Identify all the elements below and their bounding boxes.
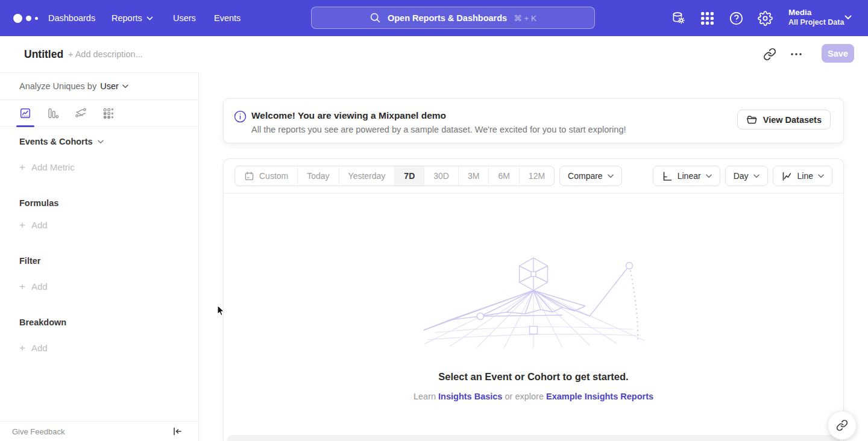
global-search-input[interactable]: Open Reports & Dashboards ⌘ + K <box>311 7 595 29</box>
nav-item-users[interactable]: Users <box>173 0 196 36</box>
chart-type-dropdown[interactable]: Line <box>773 166 832 186</box>
line-chart-icon <box>781 170 793 182</box>
chevron-down-icon <box>146 16 153 20</box>
chart-controls: Custom Today Yesterday 7D 30D 3M 6M 12M … <box>224 159 843 193</box>
range-custom[interactable]: Custom <box>235 166 297 186</box>
scale-label: Linear <box>678 171 701 181</box>
nav-item-label: Reports <box>112 13 142 23</box>
range-label: 12M <box>529 171 545 181</box>
plus-icon: + <box>19 282 25 291</box>
add-label: Add <box>31 281 48 292</box>
range-label: Today <box>307 171 329 181</box>
section-label: Breakdown <box>19 317 66 327</box>
compare-label: Compare <box>568 171 603 181</box>
search-shortcut: ⌘ + K <box>514 13 536 23</box>
add-metric-label: Add Metric <box>31 162 75 172</box>
mixpanel-logo-icon[interactable] <box>13 13 40 23</box>
help-icon[interactable] <box>728 10 744 26</box>
save-button[interactable]: Save <box>822 44 854 63</box>
more-options-icon[interactable] <box>788 49 804 59</box>
tab-bar-chart-icon[interactable] <box>47 107 59 119</box>
nav-item-events[interactable]: Events <box>214 0 241 36</box>
range-12m[interactable]: 12M <box>519 166 554 186</box>
search-placeholder: Open Reports & Dashboards <box>388 13 507 23</box>
project-selector[interactable]: Media All Project Data <box>788 7 844 27</box>
banner-subtitle: All the reports you see are powered by a… <box>251 125 626 134</box>
range-today[interactable]: Today <box>297 166 338 186</box>
range-label: Yesterday <box>348 171 386 181</box>
mixpanel-insights-app: Dashboards Reports Users Events Open Rep… <box>0 0 868 441</box>
settings-gear-icon[interactable] <box>757 10 773 26</box>
range-7d-selected[interactable]: 7D <box>394 166 424 186</box>
insights-basics-link[interactable]: Insights Basics <box>438 392 502 401</box>
analyze-by-dropdown[interactable]: User <box>100 81 128 91</box>
analyze-row: Analyze Uniques by User <box>0 73 198 100</box>
add-label: Add <box>31 220 48 230</box>
nav-item-label: Events <box>214 13 241 23</box>
nav-item-reports[interactable]: Reports <box>112 0 153 36</box>
range-yesterday[interactable]: Yesterday <box>339 166 395 186</box>
report-description-placeholder[interactable]: + Add description... <box>68 36 143 72</box>
chart-type-label: Line <box>797 171 813 181</box>
add-label: Add <box>31 343 48 353</box>
share-link-fab[interactable] <box>828 411 857 440</box>
example-reports-link[interactable]: Example Insights Reports <box>546 392 653 401</box>
report-title[interactable]: Untitled <box>24 36 63 72</box>
scale-dropdown[interactable]: Linear <box>653 166 720 186</box>
learn-prefix: Learn <box>414 392 436 401</box>
chevron-down-icon <box>608 174 614 178</box>
nav-item-label: Dashboards <box>48 13 95 23</box>
plus-icon: + <box>19 343 25 352</box>
tab-metrics-icon[interactable] <box>102 107 115 119</box>
range-30d[interactable]: 30D <box>424 166 458 186</box>
insights-chart-card: Custom Today Yesterday 7D 30D 3M 6M 12M … <box>223 158 844 441</box>
plus-icon: + <box>19 220 25 230</box>
chevron-down-icon <box>98 140 104 144</box>
collapse-sidebar-icon[interactable] <box>172 426 183 437</box>
bottom-panel-peek[interactable] <box>227 435 840 441</box>
view-datasets-label: View Datasets <box>763 115 822 125</box>
info-icon <box>234 110 247 123</box>
give-feedback-link[interactable]: Give Feedback <box>12 427 64 436</box>
sidebar-footer: Give Feedback <box>0 421 198 441</box>
section-label: Formulas <box>19 198 58 208</box>
formulas-section-header: Formulas <box>19 198 58 208</box>
calendar-icon <box>244 171 254 181</box>
compare-dropdown[interactable]: Compare <box>559 166 622 186</box>
add-formula-button[interactable]: + Add <box>19 220 48 230</box>
nav-item-dashboards[interactable]: Dashboards <box>48 0 95 36</box>
add-metric-button[interactable]: + Add Metric <box>19 162 75 172</box>
main-content: Welcome! You are viewing a Mixpanel demo… <box>199 72 868 441</box>
report-header: Untitled + Add description... Save <box>0 36 868 72</box>
project-name: Media <box>788 7 844 17</box>
view-datasets-button[interactable]: View Datasets <box>737 110 831 130</box>
query-builder-sidebar: Analyze Uniques by User <box>0 72 199 441</box>
copy-link-icon[interactable] <box>763 48 776 61</box>
apps-grid-icon[interactable] <box>699 10 715 26</box>
date-range-segmented-control: Custom Today Yesterday 7D 30D 3M 6M 12M <box>234 166 555 186</box>
tab-flows-icon[interactable] <box>75 107 87 119</box>
analyze-value: User <box>100 81 119 91</box>
chevron-down-icon <box>122 84 128 89</box>
plus-icon: + <box>19 163 25 172</box>
range-6m[interactable]: 6M <box>488 166 518 186</box>
add-filter-button[interactable]: + Add <box>19 281 48 292</box>
middle-text: or explore <box>505 392 543 401</box>
breakdown-section-header: Breakdown <box>19 317 66 327</box>
range-label: 6M <box>498 171 509 181</box>
chevron-down-icon[interactable] <box>844 15 852 20</box>
empty-state-illustration <box>423 257 646 348</box>
add-breakdown-button[interactable]: + Add <box>19 343 48 353</box>
range-label: 3M <box>468 171 479 181</box>
range-3m[interactable]: 3M <box>458 166 488 186</box>
section-label: Filter <box>19 256 40 266</box>
interval-label: Day <box>734 171 749 181</box>
interval-dropdown[interactable]: Day <box>725 166 768 186</box>
tab-line-chart-icon[interactable] <box>19 107 31 119</box>
empty-state-title: Select an Event or Cohort to get started… <box>224 371 843 383</box>
events-cohorts-section-header[interactable]: Events & Cohorts <box>19 137 104 146</box>
data-management-icon[interactable] <box>670 10 686 26</box>
welcome-banner: Welcome! You are viewing a Mixpanel demo… <box>223 98 844 143</box>
nav-item-label: Users <box>173 13 196 23</box>
chart-type-tabs <box>0 100 198 127</box>
